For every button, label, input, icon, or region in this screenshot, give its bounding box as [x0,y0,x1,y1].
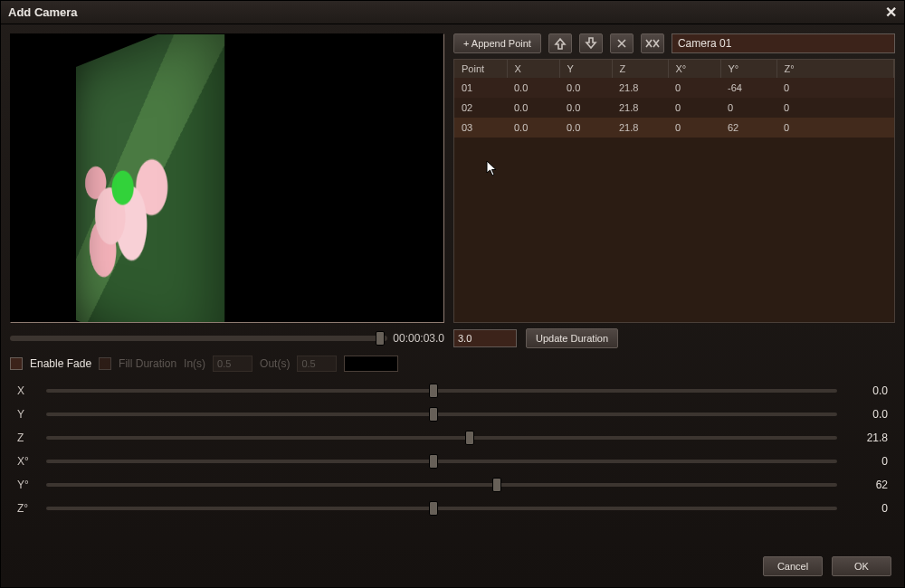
camera-name-input[interactable] [672,33,895,53]
fade-color-swatch[interactable] [344,356,398,372]
slider-track[interactable] [46,389,837,393]
add-camera-dialog: Add Camera ✕ + Append Point Point X [0,0,905,588]
slider-value: 21.8 [848,432,888,444]
titlebar: Add Camera ✕ [1,1,904,24]
duration-input[interactable] [453,329,517,347]
slider-track[interactable] [46,413,837,416]
slider-value: 0.0 [848,408,888,421]
point-toolbar: + Append Point [453,33,895,53]
table-row[interactable]: 030.00.021.80620 [454,118,894,138]
timeline-thumb[interactable] [376,331,385,346]
dialog-title: Add Camera [8,1,78,24]
slider-row: Y0.0 [17,408,888,421]
slider-label: Y° [17,479,35,491]
slider-row: Z°0 [17,502,888,515]
slider-thumb[interactable] [429,501,438,516]
enable-fade-checkbox[interactable] [10,357,23,370]
slider-track[interactable] [46,436,837,440]
points-table[interactable]: Point X Y Z X° Y° Z° 010.00.021.80-64002… [453,59,895,323]
timeline-time: 00:00:03.0 [393,332,444,345]
slider-value: 0.0 [848,384,888,397]
slider-track[interactable] [46,460,837,463]
fade-out-label: Out(s) [260,357,290,370]
preview-viewport[interactable] [10,33,444,323]
slider-thumb[interactable] [465,431,474,445]
slider-track[interactable] [46,507,837,510]
slider-row: X0.0 [17,384,888,397]
slider-label: X° [17,455,35,468]
fill-duration-label: Fill Duration [119,357,176,370]
append-point-button[interactable]: + Append Point [453,33,541,53]
slider-value: 0 [848,502,888,515]
slider-row: X°0 [17,455,888,468]
fill-duration-checkbox[interactable] [99,357,111,370]
slider-row: Y°62 [17,479,888,491]
timeline-track[interactable] [10,336,387,341]
cancel-button[interactable]: Cancel [763,556,823,576]
slider-label: Z [17,432,35,444]
move-up-icon[interactable] [548,33,572,53]
slider-thumb[interactable] [429,454,438,469]
table-header-row: Point X Y Z X° Y° Z° [454,60,894,78]
slider-row: Z21.8 [17,432,888,444]
fade-out-input[interactable] [297,356,337,372]
slider-label: Y [17,408,35,421]
slider-track[interactable] [46,483,837,487]
slider-label: Z° [17,502,35,515]
slider-thumb[interactable] [429,384,438,398]
slider-thumb[interactable] [492,478,501,492]
slider-value: 0 [848,455,888,468]
slider-label: X [17,384,35,397]
move-down-icon[interactable] [579,33,603,53]
table-row[interactable]: 020.00.021.8000 [454,98,894,118]
slider-thumb[interactable] [429,407,438,422]
update-duration-button[interactable]: Update Duration [526,328,618,348]
close-icon[interactable]: ✕ [885,1,897,24]
delete-point-icon[interactable] [610,33,634,53]
ok-button[interactable]: OK [832,556,891,576]
enable-fade-label: Enable Fade [30,357,91,370]
table-row[interactable]: 010.00.021.80-640 [454,78,894,98]
slider-value: 62 [848,479,888,491]
fade-in-input[interactable] [213,356,252,372]
fade-in-label: In(s) [184,357,205,370]
delete-all-icon[interactable] [641,33,664,53]
